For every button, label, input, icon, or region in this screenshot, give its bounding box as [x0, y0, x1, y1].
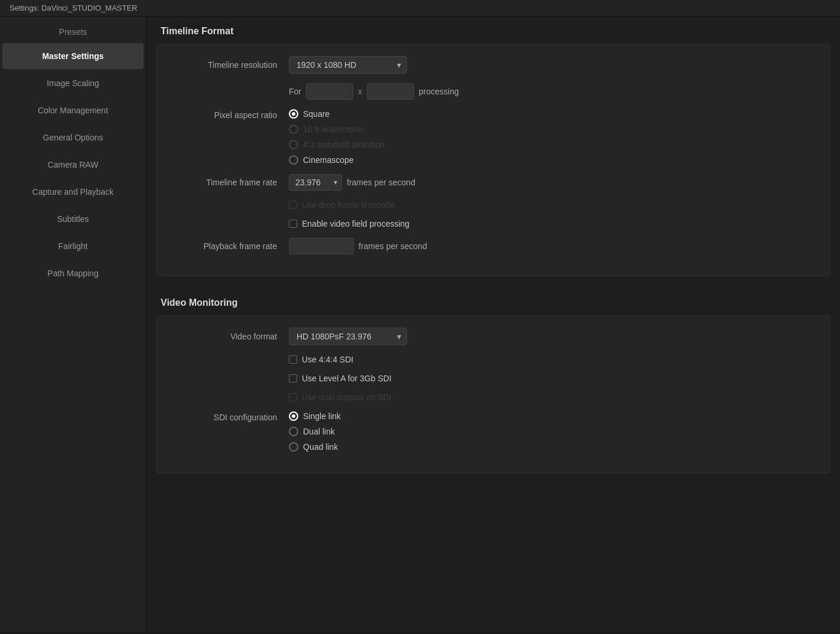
- x-separator: x: [358, 87, 362, 96]
- app-header: Settings: DaVinci_STUDIO_MASTER: [0, 0, 840, 17]
- main-content: Timeline Format Timeline resolution 1920…: [146, 17, 840, 632]
- radio-dual-link-input[interactable]: [289, 427, 298, 436]
- use-level-a-checkbox[interactable]: [289, 374, 297, 383]
- use-dual-checkbox-item: Use dual outputs on SDI: [289, 393, 392, 402]
- radio-single-link[interactable]: Single link: [289, 411, 341, 421]
- radio-169-input: [289, 125, 298, 134]
- radio-square[interactable]: Square: [289, 109, 385, 119]
- radio-quad-link[interactable]: Quad link: [289, 442, 341, 452]
- pixel-aspect-ratio-label: Pixel aspect ratio: [171, 109, 289, 120]
- drop-frame-checkbox: [289, 201, 297, 209]
- sidebar-item-capture-playback[interactable]: Capture and Playback: [2, 179, 144, 205]
- use-dual-outputs-row: Use dual outputs on SDI: [171, 393, 816, 402]
- video-monitoring-header: Video Monitoring: [146, 288, 840, 315]
- video-format-dropdown-wrapper: HD 1080PsF 23.976 HD 1080i 29.97 HD 720p…: [289, 328, 407, 345]
- timeline-format-header: Timeline Format: [146, 17, 840, 44]
- video-monitoring-panel: Video format HD 1080PsF 23.976 HD 1080i …: [156, 315, 831, 473]
- radio-43-input: [289, 140, 298, 149]
- radio-quad-link-label: Quad link: [303, 442, 338, 452]
- timeline-format-panel: Timeline resolution 1920 x 1080 HD 3840 …: [156, 44, 831, 276]
- sidebar-item-fairlight[interactable]: Fairlight: [2, 233, 144, 259]
- header-title: Settings: DaVinci_STUDIO_MASTER: [9, 4, 138, 12]
- use-level-a-checkbox-item[interactable]: Use Level A for 3Gb SDI: [289, 374, 392, 383]
- radio-quad-link-input[interactable]: [289, 442, 298, 452]
- height-input[interactable]: 1080: [367, 83, 414, 100]
- radio-43-label: 4:3 standard definition: [303, 140, 385, 149]
- fps-label: frames per second: [347, 178, 415, 187]
- video-format-row: Video format HD 1080PsF 23.976 HD 1080i …: [171, 328, 816, 345]
- radio-cinemascope[interactable]: Cinemascope: [289, 155, 385, 165]
- radio-cinemascope-input[interactable]: [289, 155, 298, 165]
- pixel-aspect-ratio-row: Pixel aspect ratio Square 16:9 anamorphi…: [171, 109, 816, 165]
- sdi-config-label: SDI configuration: [171, 411, 289, 422]
- radio-square-label: Square: [303, 109, 330, 119]
- radio-square-input[interactable]: [289, 109, 298, 119]
- sidebar: Presets Master Settings Image Scaling Co…: [0, 17, 146, 632]
- use-444-checkbox[interactable]: [289, 355, 297, 364]
- playback-frame-rate-label: Playback frame rate: [171, 241, 289, 251]
- use-dual-checkbox: [289, 393, 297, 401]
- video-field-row: Enable video field processing: [171, 219, 816, 228]
- timeline-resolution-label: Timeline resolution: [171, 60, 289, 70]
- video-field-label: Enable video field processing: [302, 219, 409, 228]
- timeline-resolution-dropdown[interactable]: 1920 x 1080 HD 3840 x 2160 UHD 2048 x 10…: [289, 56, 407, 74]
- drop-frame-label: Use drop frame timecode: [302, 200, 395, 210]
- pixel-aspect-ratio-group: Square 16:9 anamorphic 4:3 standard defi…: [289, 109, 385, 165]
- radio-single-link-label: Single link: [303, 411, 341, 421]
- radio-43-standard: 4:3 standard definition: [289, 140, 385, 149]
- sidebar-item-image-scaling[interactable]: Image Scaling: [2, 70, 144, 96]
- sdi-config-row: SDI configuration Single link Dual link: [171, 411, 816, 452]
- video-format-dropdown[interactable]: HD 1080PsF 23.976 HD 1080i 29.97 HD 720p…: [289, 328, 407, 345]
- timeline-frame-rate-row: Timeline frame rate 23.976 24 25 29.97 3…: [171, 174, 816, 191]
- sdi-config-group: Single link Dual link Quad link: [289, 411, 341, 452]
- sidebar-item-general-options[interactable]: General Options: [2, 125, 144, 151]
- video-field-checkbox[interactable]: [289, 220, 297, 228]
- processing-label: processing: [419, 87, 459, 96]
- radio-cinemascope-label: Cinemascope: [303, 155, 354, 165]
- for-label: For: [289, 87, 301, 96]
- timeline-resolution-dropdown-wrapper: 1920 x 1080 HD 3840 x 2160 UHD 2048 x 10…: [289, 56, 407, 74]
- sidebar-item-master-settings[interactable]: Master Settings: [2, 43, 144, 69]
- use-level-a-label: Use Level A for 3Gb SDI: [302, 374, 392, 383]
- radio-169-anamorphic: 16:9 anamorphic: [289, 125, 385, 134]
- width-input[interactable]: 1920: [306, 83, 353, 100]
- timeline-resolution-row: Timeline resolution 1920 x 1080 HD 3840 …: [171, 56, 816, 74]
- use-444-label: Use 4:4:4 SDI: [302, 355, 353, 364]
- radio-single-link-input[interactable]: [289, 411, 298, 421]
- radio-dual-link[interactable]: Dual link: [289, 427, 341, 436]
- use-level-a-row: Use Level A for 3Gb SDI: [171, 374, 816, 383]
- radio-dual-link-label: Dual link: [303, 427, 335, 436]
- frame-rate-dropdown-wrapper: 23.976 24 25 29.97 30 48 50 59.94 60: [289, 174, 342, 191]
- radio-169-label: 16:9 anamorphic: [303, 125, 364, 134]
- sidebar-item-subtitles[interactable]: Subtitles: [2, 206, 144, 232]
- sidebar-item-path-mapping[interactable]: Path Mapping: [2, 260, 144, 286]
- use-444-row: Use 4:4:4 SDI: [171, 355, 816, 364]
- sidebar-item-camera-raw[interactable]: Camera RAW: [2, 152, 144, 178]
- sidebar-presets[interactable]: Presets: [0, 21, 146, 43]
- drop-frame-checkbox-item: Use drop frame timecode: [289, 200, 395, 210]
- playback-frame-rate-input[interactable]: 23.976: [289, 238, 354, 254]
- video-format-label: Video format: [171, 332, 289, 341]
- playback-frame-rate-row: Playback frame rate 23.976 frames per se…: [171, 238, 816, 254]
- resolution-dimensions-row: For 1920 x 1080 processing: [171, 83, 816, 100]
- frame-rate-dropdown[interactable]: 23.976 24 25 29.97 30 48 50 59.94 60: [289, 174, 342, 191]
- drop-frame-row: Use drop frame timecode: [171, 200, 816, 210]
- timeline-frame-rate-label: Timeline frame rate: [171, 178, 289, 187]
- use-dual-label: Use dual outputs on SDI: [302, 393, 392, 402]
- use-444-checkbox-item[interactable]: Use 4:4:4 SDI: [289, 355, 353, 364]
- video-field-checkbox-item[interactable]: Enable video field processing: [289, 219, 409, 228]
- sidebar-item-color-management[interactable]: Color Management: [2, 97, 144, 123]
- playback-fps-label: frames per second: [359, 241, 427, 251]
